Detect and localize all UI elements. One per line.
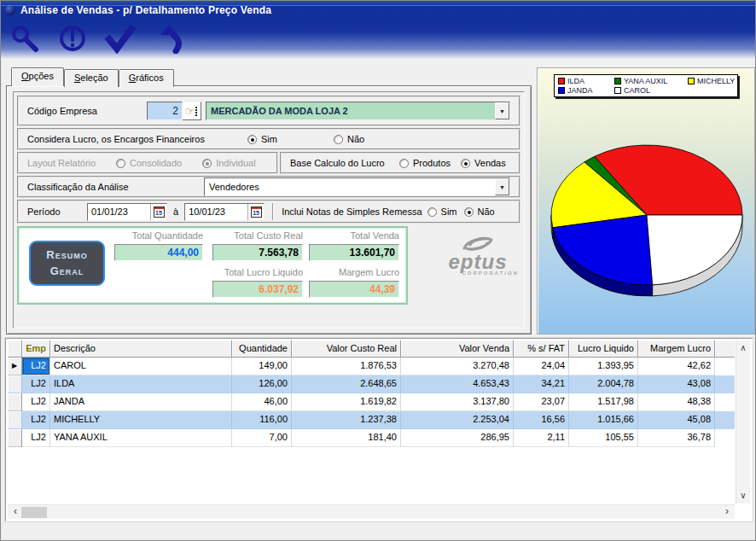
- resumo-geral-button[interactable]: Resumo Geral: [29, 241, 105, 286]
- cell-Valor Venda[interactable]: 4.653,43: [401, 375, 514, 393]
- scrollbar-thumb[interactable]: [21, 507, 47, 518]
- scroll-left-icon[interactable]: ‹: [9, 505, 21, 519]
- cell-Valor Custo Real[interactable]: 181,40: [292, 429, 401, 447]
- cell-Lucro Liquido[interactable]: 1.393,95: [569, 358, 638, 375]
- cell-Valor Venda[interactable]: 286,95: [401, 429, 514, 447]
- cell-Margem Lucro[interactable]: 36,78: [638, 429, 715, 447]
- radio-produtos[interactable]: Produtos: [399, 158, 451, 168]
- cell-Margem Lucro[interactable]: 43,08: [638, 375, 715, 393]
- search-button[interactable]: [8, 23, 42, 54]
- scroll-down-icon[interactable]: ∨: [736, 490, 750, 502]
- tab-selecao[interactable]: Seleção: [64, 69, 119, 87]
- cell-% s/ FAT[interactable]: 34,21: [514, 375, 569, 393]
- scroll-up-icon[interactable]: ∧: [736, 342, 750, 354]
- cell-Emp[interactable]: LJ2: [22, 411, 50, 429]
- radio-dot-icon[interactable]: [247, 135, 257, 144]
- resumo-row: Resumo Geral Total Quantidade444,00 Tota…: [17, 226, 520, 305]
- cell-Lucro Liquido[interactable]: 2.004,78: [569, 375, 638, 393]
- alert-icon: [57, 23, 88, 54]
- classificacao-combobox[interactable]: Vendedores ▼: [204, 177, 510, 196]
- cell-Emp[interactable]: LJ2: [22, 393, 50, 411]
- table-row[interactable]: LJ2ILDA126,002.648,654.653,4334,212.004,…: [8, 375, 735, 393]
- column-header-Lucro Liquido[interactable]: Lucro Liquido: [569, 340, 638, 358]
- cell-Descrição[interactable]: YANA AUXIL: [50, 429, 232, 447]
- cell-Valor Venda[interactable]: 2.253,04: [401, 411, 514, 429]
- column-header-Valor Venda[interactable]: Valor Venda: [401, 340, 514, 358]
- column-header-Margem Lucro[interactable]: Margem Lucro: [638, 340, 715, 358]
- cell-Valor Custo Real[interactable]: 2.648,65: [292, 375, 401, 393]
- table-row[interactable]: LJ2MICHELLY116,001.237,382.253,0416,561.…: [8, 411, 735, 429]
- legend-label: YANA AUXIL: [624, 77, 667, 85]
- cell-Emp[interactable]: LJ2: [22, 429, 50, 447]
- radio-dot-icon[interactable]: [461, 159, 470, 168]
- radio-dot-icon[interactable]: [334, 135, 343, 144]
- radio-dot-icon[interactable]: [427, 207, 437, 217]
- lookup-hand-button[interactable]: ☞: [183, 102, 201, 120]
- cell-Emp[interactable]: LJ2: [22, 375, 50, 393]
- cell-Margem Lucro[interactable]: 45,08: [638, 411, 715, 429]
- column-header-% s/ FAT[interactable]: % s/ FAT: [514, 340, 569, 358]
- column-header-indicator[interactable]: [8, 340, 22, 358]
- cell-Emp[interactable]: LJ2: [22, 358, 50, 375]
- cell-Margem Lucro[interactable]: 42,62: [638, 358, 715, 375]
- exit-return-button[interactable]: [151, 23, 185, 54]
- empresa-combobox-value: MERCADÃO DA MODA LOJA 2: [206, 102, 495, 119]
- alert-button[interactable]: [55, 23, 90, 54]
- table-row[interactable]: LJ2YANA AUXIL7,00181,40286,952,11105,553…: [8, 429, 735, 447]
- radio-não[interactable]: Não: [334, 134, 364, 144]
- column-header-Descrição[interactable]: Descrição: [50, 340, 232, 358]
- periodo-to-input[interactable]: 10/01/23 15: [184, 203, 265, 221]
- cell-Descrição[interactable]: JANDA: [50, 393, 232, 411]
- chevron-down-icon[interactable]: ▼: [495, 178, 509, 195]
- radio-dot-icon[interactable]: [399, 159, 409, 168]
- vertical-scrollbar[interactable]: ∧ ∨: [736, 340, 750, 503]
- logo-text: eptus: [435, 253, 520, 270]
- cell-Quantidade[interactable]: 116,00: [232, 411, 292, 429]
- table-row[interactable]: ▶LJ2CAROL149,001.876,533.270,4824,041.39…: [8, 358, 735, 375]
- cell-% s/ FAT[interactable]: 23,07: [514, 393, 569, 411]
- codigo-empresa-input[interactable]: 2: [147, 102, 183, 120]
- radio-vendas[interactable]: Vendas: [461, 158, 506, 168]
- scroll-right-icon[interactable]: ›: [721, 505, 733, 519]
- periodo-from-input[interactable]: 01/01/23 15: [87, 203, 167, 221]
- cell-Descrição[interactable]: MICHELLY: [50, 411, 232, 429]
- resumo-button-line1: Resumo: [31, 247, 103, 264]
- confirm-button[interactable]: [103, 23, 137, 54]
- calendar-button[interactable]: 15: [150, 204, 166, 220]
- cell-% s/ FAT[interactable]: 16,56: [514, 411, 569, 429]
- cell-Valor Venda[interactable]: 3.137,80: [401, 393, 514, 411]
- cell-Valor Custo Real[interactable]: 1.237,38: [292, 411, 401, 429]
- empresa-combobox[interactable]: MERCADÃO DA MODA LOJA 2 ▼: [206, 102, 510, 120]
- table-row[interactable]: LJ2JANDA46,001.619,823.137,8023,071.517,…: [8, 393, 735, 411]
- cell-Valor Venda[interactable]: 3.270,48: [401, 358, 514, 375]
- radio-sim[interactable]: Sim: [427, 207, 457, 217]
- cell-Quantidade[interactable]: 149,00: [232, 358, 292, 375]
- column-header-Emp[interactable]: Emp: [22, 340, 50, 358]
- cell-Valor Custo Real[interactable]: 1.619,82: [292, 393, 401, 411]
- horizontal-scrollbar[interactable]: ‹ ›: [8, 504, 735, 519]
- legend-item: CAROL: [614, 86, 688, 95]
- cell-Valor Custo Real[interactable]: 1.876,53: [292, 358, 401, 375]
- cell-Quantidade[interactable]: 7,00: [232, 429, 292, 447]
- radio-não[interactable]: Não: [464, 207, 495, 217]
- cell-Margem Lucro[interactable]: 48,38: [638, 393, 715, 411]
- cell-Lucro Liquido[interactable]: 1.015,66: [569, 411, 638, 429]
- cell-Quantidade[interactable]: 46,00: [232, 393, 292, 411]
- cell-Lucro Liquido[interactable]: 105,55: [569, 429, 638, 447]
- cell-Descrição[interactable]: ILDA: [50, 375, 232, 393]
- cell-Quantidade[interactable]: 126,00: [232, 375, 292, 393]
- cell-% s/ FAT[interactable]: 2,11: [514, 429, 569, 447]
- radio-dot-icon[interactable]: [464, 207, 474, 217]
- chevron-down-icon[interactable]: ▼: [495, 102, 509, 119]
- tab-opcoes[interactable]: Opções: [11, 67, 64, 86]
- app-icon: [5, 5, 15, 15]
- column-header-Valor Custo Real[interactable]: Valor Custo Real: [292, 340, 401, 358]
- radio-sim[interactable]: Sim: [247, 134, 277, 144]
- tab-graficos[interactable]: Gráficos: [119, 69, 174, 87]
- grid-header: EmpDescriçãoQuantidadeValor Custo RealVa…: [8, 340, 735, 358]
- cell-Descrição[interactable]: CAROL: [50, 358, 232, 375]
- cell-% s/ FAT[interactable]: 24,04: [514, 358, 569, 375]
- calendar-button[interactable]: 15: [247, 204, 264, 220]
- cell-Lucro Liquido[interactable]: 1.517,98: [569, 393, 638, 411]
- column-header-Quantidade[interactable]: Quantidade: [232, 340, 292, 358]
